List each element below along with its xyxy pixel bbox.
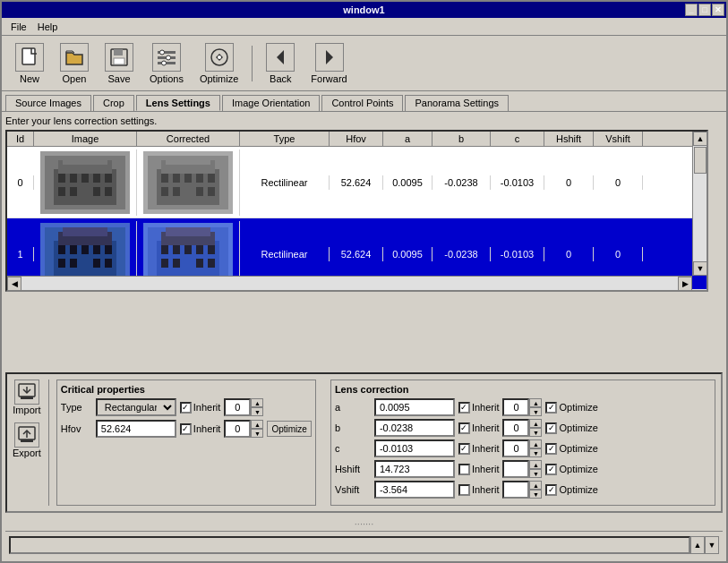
- tab-control-points[interactable]: Control Points: [321, 95, 403, 111]
- lc-c-spin-down[interactable]: ▼: [529, 448, 542, 457]
- lc-a-spin-up[interactable]: ▲: [529, 398, 542, 407]
- title-bar-buttons: _ □ ✕: [685, 4, 724, 16]
- lc-a-spin-down[interactable]: ▼: [529, 407, 542, 416]
- maximize-button[interactable]: □: [698, 4, 711, 16]
- back-button[interactable]: Back: [260, 40, 301, 87]
- scroll-down-button[interactable]: ▼: [693, 261, 707, 276]
- tab-crop[interactable]: Crop: [93, 95, 134, 111]
- lc-vshift-spin-up[interactable]: ▲: [529, 481, 542, 490]
- svg-rect-35: [184, 174, 192, 183]
- hfov-input[interactable]: [96, 420, 176, 438]
- svg-rect-22: [93, 174, 100, 183]
- lc-b-optimize-checkbox[interactable]: ✓: [545, 422, 557, 434]
- menu-file[interactable]: File: [5, 21, 32, 33]
- col-corrected: Corrected: [137, 132, 240, 146]
- lc-vshift-inherit-checkbox[interactable]: [458, 484, 470, 496]
- forward-button[interactable]: Forward: [304, 40, 353, 87]
- close-button[interactable]: ✕: [712, 4, 724, 16]
- svg-rect-62: [173, 245, 180, 254]
- lc-vshift-spin: ▲ ▼: [502, 481, 542, 499]
- scroll-left-button[interactable]: ◀: [7, 277, 21, 291]
- lc-b-spin-up[interactable]: ▲: [529, 419, 542, 428]
- type-dropdown[interactable]: Rectangular Rectilinear: [96, 398, 176, 416]
- lc-hshift-input[interactable]: [374, 460, 455, 478]
- hfov-spin-up[interactable]: ▲: [251, 420, 263, 429]
- lc-c-inherit-checkbox[interactable]: ✓: [458, 443, 470, 455]
- lc-vshift-spin-down[interactable]: ▼: [529, 490, 542, 499]
- options-icon: [152, 43, 181, 72]
- lc-c-spin-input[interactable]: [502, 439, 529, 457]
- lc-c-inherit-row: ✓ Inherit: [458, 443, 500, 455]
- export-icon: [14, 422, 39, 448]
- status-scroll-down[interactable]: ▼: [705, 536, 719, 554]
- lc-b-spin-input[interactable]: [502, 419, 529, 437]
- svg-rect-46: [63, 227, 107, 236]
- lc-b-inherit-checkbox[interactable]: ✓: [458, 422, 470, 434]
- lc-c-optimize-checkbox[interactable]: ✓: [545, 443, 557, 455]
- cell-b-0: -0.0238: [433, 175, 491, 190]
- lc-a-input[interactable]: [374, 398, 455, 416]
- hfov-optimize-button[interactable]: Optimize: [267, 421, 311, 437]
- lc-a-inherit-label: Inherit: [472, 402, 500, 413]
- options-button[interactable]: Options: [143, 40, 190, 87]
- save-button[interactable]: Save: [98, 40, 140, 87]
- type-spin-down[interactable]: ▼: [251, 407, 263, 416]
- lc-a-inherit-checkbox[interactable]: ✓: [458, 402, 470, 414]
- export-button[interactable]: Export: [13, 422, 41, 458]
- hfov-spin-down[interactable]: ▼: [251, 429, 263, 438]
- hfov-inherit-checkbox[interactable]: ✓: [180, 423, 192, 435]
- tab-panorama-settings[interactable]: Panorama Settings: [405, 95, 509, 111]
- col-a: a: [383, 132, 433, 146]
- type-spin-up[interactable]: ▲: [251, 398, 263, 407]
- lc-a-optimize-checkbox[interactable]: ✓: [545, 402, 557, 414]
- scrollbar-horizontal[interactable]: ◀ ▶: [7, 276, 692, 290]
- scroll-right-button[interactable]: ▶: [678, 277, 692, 291]
- scroll-up-button[interactable]: ▲: [693, 132, 707, 146]
- optimize-button[interactable]: Optimize: [193, 40, 244, 87]
- lc-vshift-spin-input[interactable]: [502, 481, 529, 499]
- status-scroll-up[interactable]: ▲: [690, 536, 705, 554]
- col-vshift: Vshift: [594, 132, 643, 146]
- lc-a-spin-input[interactable]: [502, 398, 529, 416]
- svg-rect-49: [81, 245, 89, 254]
- menu-bar: File Help: [2, 18, 726, 36]
- lc-row-a: a ✓ Inherit ▲ ▼ ✓ O: [335, 398, 711, 416]
- content-area: Enter your lens correction settings. Id …: [2, 112, 726, 561]
- lc-hshift-optimize-checkbox[interactable]: ✓: [545, 464, 557, 475]
- svg-rect-63: [184, 245, 192, 254]
- import-label: Import: [13, 405, 40, 415]
- lc-hshift-spin-up[interactable]: ▲: [529, 460, 542, 469]
- lc-c-spin-up[interactable]: ▲: [529, 439, 542, 448]
- scroll-thumb-v[interactable]: [694, 147, 707, 174]
- type-inherit-input[interactable]: [224, 398, 251, 416]
- hfov-label: Hfov: [61, 423, 92, 434]
- lc-hshift-inherit-checkbox[interactable]: [458, 464, 470, 475]
- lc-b-spin-down[interactable]: ▼: [529, 428, 542, 437]
- tab-image-orientation[interactable]: Image Orientation: [222, 95, 320, 111]
- lc-vshift-optimize-checkbox[interactable]: ✓: [545, 484, 557, 496]
- tab-lens-settings[interactable]: Lens Settings: [136, 95, 220, 111]
- svg-rect-37: [208, 174, 215, 183]
- lc-vshift-input[interactable]: [374, 481, 455, 499]
- table-inner: Id Image Corrected Type Hfov a b c Hshif…: [5, 130, 708, 369]
- table-row[interactable]: 0: [7, 147, 707, 218]
- import-button[interactable]: Import: [13, 380, 40, 415]
- type-inherit-checkbox[interactable]: ✓: [180, 402, 192, 414]
- hfov-inherit-input[interactable]: [224, 420, 251, 438]
- svg-rect-24: [58, 187, 65, 196]
- lc-b-input[interactable]: [374, 419, 455, 437]
- menu-help[interactable]: Help: [32, 21, 64, 33]
- scrollbar-vertical[interactable]: ▲ ▼: [692, 132, 707, 276]
- new-button[interactable]: New: [9, 40, 50, 87]
- lc-hshift-spin-down[interactable]: ▼: [529, 469, 542, 478]
- col-b: b: [433, 132, 491, 146]
- lc-b-optimize-row: ✓ Optimize: [545, 422, 597, 434]
- lc-hshift-spin-input[interactable]: [502, 460, 529, 478]
- minimize-button[interactable]: _: [685, 4, 698, 16]
- tab-source-images[interactable]: Source Images: [5, 95, 91, 111]
- lc-c-label: c: [335, 443, 371, 454]
- cell-c-0: -0.0103: [491, 175, 544, 190]
- table-wrapper: Id Image Corrected Type Hfov a b c Hshif…: [5, 130, 723, 369]
- open-button[interactable]: Open: [54, 40, 95, 87]
- lc-c-input[interactable]: [374, 439, 455, 457]
